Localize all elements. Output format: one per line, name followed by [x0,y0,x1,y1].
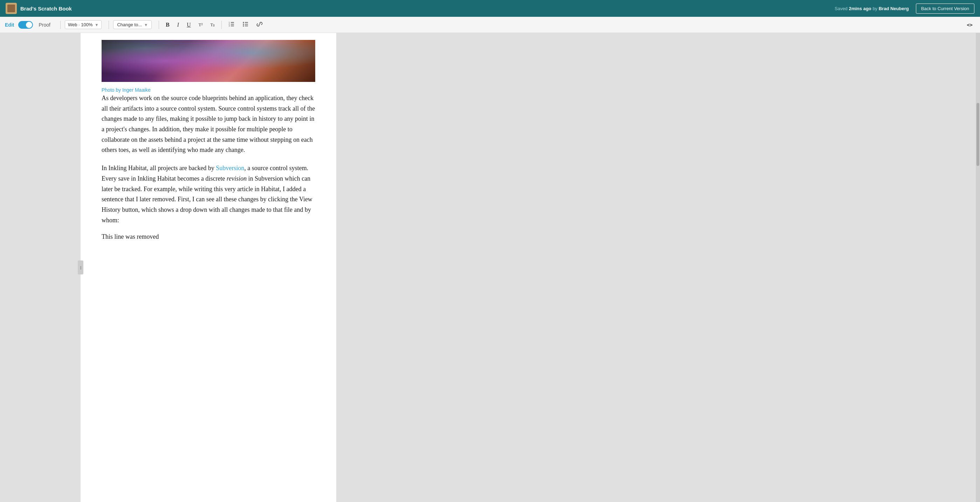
right-panel [336,33,980,502]
view-selector-label: Web · 100% [68,22,93,27]
back-to-current-version-button[interactable]: Back to Current Version [916,3,974,14]
app-logo [6,3,17,14]
code-view-button[interactable]: <> [964,21,975,29]
toolbar-divider-3 [159,21,159,29]
change-to-arrow-icon: ▼ [144,23,148,27]
photo-caption-link[interactable]: Photo by Inger Maaike [102,87,151,93]
panel-collapse-handle[interactable]: ‖ [78,261,83,275]
article-image [102,40,315,82]
svg-text:3: 3 [229,24,230,27]
logo-icon [7,5,15,12]
superscript-button[interactable]: T² [196,21,205,29]
left-panel: ‖ [0,33,81,502]
toolbar-divider-2 [108,21,109,29]
save-prefix: Saved [835,6,849,11]
save-by: by [872,6,879,11]
page-wrap: ‖ Photo by Inger Maaike As developers wo… [0,33,980,502]
underline-button[interactable]: U [184,20,193,29]
content-area: Photo by Inger Maaike As developers work… [81,33,336,502]
paragraph-2-start: In Inkling Habitat, all projects are bac… [102,165,216,172]
view-selector-dropdown[interactable]: Web · 100% ▼ [65,20,102,29]
toolbar-divider-4 [221,21,222,29]
app-title: Brad's Scratch Book [20,6,72,11]
edit-label: Edit [5,22,14,28]
save-author: Brad Neuberg [879,6,909,11]
bold-button[interactable]: B [163,20,172,29]
toggle-knob [26,22,32,28]
svg-point-6 [243,22,244,23]
unordered-list-button[interactable] [240,20,251,30]
paragraph-2-end: in Subversion which can later be tracked… [102,175,312,224]
italic-button[interactable]: I [175,20,181,29]
proof-label: Proof [38,22,50,28]
scrollbar[interactable] [976,33,980,502]
svg-point-7 [243,24,244,24]
change-to-dropdown[interactable]: Change to... ▼ [113,20,152,29]
removed-line-text: This line was removed [102,233,315,240]
save-status: Saved 2mins ago by Brad Neuberg [835,6,909,11]
toolbar-divider-1 [60,21,60,29]
view-selector-arrow-icon: ▼ [95,23,99,27]
subscript-button[interactable]: T₂ [208,21,218,29]
topbar: Brad's Scratch Book Saved 2mins ago by B… [0,0,980,17]
article-image-container [102,40,315,82]
paragraph-2: In Inkling Habitat, all projects are bac… [102,163,315,226]
link-button[interactable] [254,20,265,30]
scrollbar-thumb [977,103,979,166]
paragraph-2-italic: revision [227,175,247,182]
svg-point-8 [243,25,244,26]
ordered-list-button[interactable]: 1 2 3 [226,20,237,30]
paragraph-1: As developers work on the source code bl… [102,93,315,156]
subversion-link[interactable]: Subversion [216,165,244,172]
change-to-label: Change to... [117,22,142,27]
edit-proof-toggle[interactable] [18,21,33,29]
toolbar: Edit Proof Web · 100% ▼ Change to... ▼ B… [0,17,980,33]
save-time: 2mins ago [849,6,871,11]
